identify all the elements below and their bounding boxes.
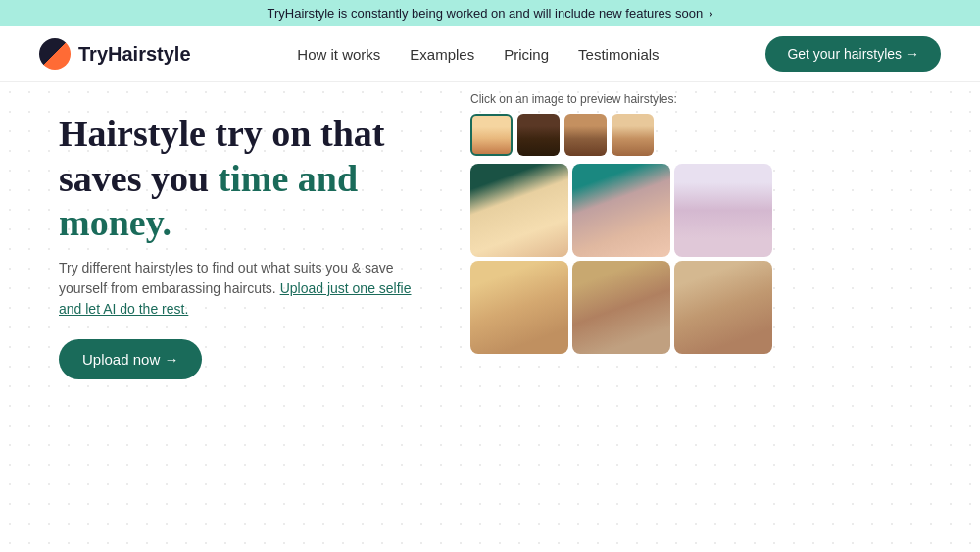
gallery-cell-6[interactable] [674, 261, 772, 354]
logo-icon [39, 38, 71, 70]
nav-link-pricing[interactable]: Pricing [504, 46, 549, 63]
hero-subtitle: Try different hairstyles to find out wha… [59, 258, 431, 320]
hero-title: Hairstyle try on that saves you time and… [59, 112, 431, 246]
thumb-row [470, 114, 654, 156]
gallery-cell-4[interactable] [470, 261, 568, 354]
nav-item-pricing[interactable]: Pricing [504, 46, 549, 63]
nav-links: How it works Examples Pricing Testimonia… [297, 46, 659, 63]
hero-left: Hairstyle try on that saves you time and… [0, 82, 470, 549]
nav-link-testimonials[interactable]: Testimonials [578, 46, 660, 63]
gallery-image-2 [572, 164, 670, 257]
nav-link-examples[interactable]: Examples [410, 46, 474, 63]
logo-text: TryHairstyle [78, 43, 191, 66]
main-content: Hairstyle try on that saves you time and… [0, 82, 980, 549]
preview-label: Click on an image to preview hairstyles: [470, 92, 677, 106]
banner-text: TryHairstyle is constantly being worked … [268, 6, 704, 21]
gallery-image-4 [470, 261, 568, 354]
banner-arrow: › [709, 6, 712, 21]
top-banner[interactable]: TryHairstyle is constantly being worked … [0, 0, 980, 26]
nav-item-how-it-works[interactable]: How it works [297, 46, 380, 63]
gallery-cell-1[interactable] [470, 164, 568, 257]
gallery-grid [470, 164, 772, 354]
thumb-3[interactable] [564, 114, 607, 156]
gallery-image-5 [572, 261, 670, 354]
thumb-1[interactable] [470, 114, 513, 156]
get-hairstyles-button[interactable]: Get your hairstyles → [765, 36, 941, 72]
gallery-cell-5[interactable] [572, 261, 670, 354]
gallery-cell-3[interactable] [674, 164, 772, 257]
gallery-image-3 [674, 164, 772, 257]
hero-right: Click on an image to preview hairstyles: [470, 82, 980, 549]
thumb-2[interactable] [517, 114, 560, 156]
page-wrapper: TryHairstyle is constantly being worked … [0, 0, 980, 552]
nav-link-how-it-works[interactable]: How it works [297, 46, 380, 63]
gallery-cell-2[interactable] [572, 164, 670, 257]
nav-logo[interactable]: TryHairstyle [39, 38, 191, 70]
upload-now-button[interactable]: Upload now → [59, 339, 202, 379]
navbar: TryHairstyle How it works Examples Prici… [0, 26, 980, 82]
gallery-image-1 [470, 164, 568, 257]
nav-item-testimonials[interactable]: Testimonials [578, 46, 660, 63]
gallery-image-6 [674, 261, 772, 354]
nav-item-examples[interactable]: Examples [410, 46, 474, 63]
thumb-4[interactable] [612, 114, 654, 156]
